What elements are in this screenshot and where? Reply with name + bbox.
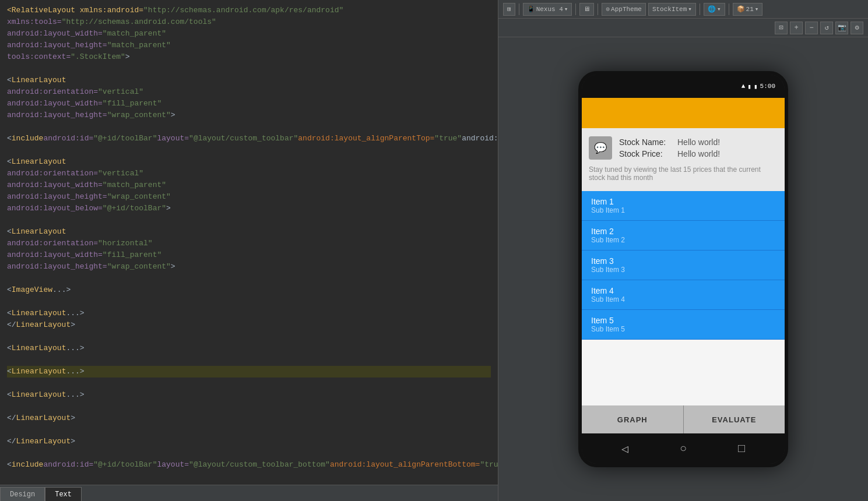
list-item-1[interactable]: Item 1 Sub Item 1 <box>582 191 785 221</box>
graph-button[interactable]: GRAPH <box>582 405 684 433</box>
toolbar-globe[interactable]: 🌐 ▾ <box>704 3 725 16</box>
code-line <box>7 471 491 482</box>
toolbar-separator-3 <box>598 3 598 15</box>
code-line: <include android:id="@+id/toolBar" layou… <box>7 133 491 144</box>
toolbar-device-frame[interactable]: ⊞ <box>503 3 515 16</box>
list-item-3-title: Item 3 <box>591 256 775 266</box>
list-item-5[interactable]: Item 5 Sub Item 5 <box>582 310 785 340</box>
code-line <box>7 377 491 389</box>
code-line <box>7 424 491 436</box>
stock-item-dropdown-icon: ▾ <box>688 5 692 13</box>
right-panel: ⊞ 📱 Nexus 4 ▾ 🖥 ⊙ AppTheme StockItem ▾ 🌐… <box>498 0 868 501</box>
code-line <box>7 296 491 308</box>
code-line: </LinearLayout> <box>7 319 491 331</box>
code-line <box>7 331 491 343</box>
list-item-2[interactable]: Item 2 Sub Item 2 <box>582 221 785 250</box>
toolbar-app-theme[interactable]: ⊙ AppTheme <box>602 3 645 16</box>
evaluate-button[interactable]: EVALUATE <box>684 405 785 433</box>
toolbar-separator <box>519 3 519 15</box>
zoom-fit-btn[interactable]: ⊡ <box>775 22 788 34</box>
ide-toolbar: ⊞ 📱 Nexus 4 ▾ 🖥 ⊙ AppTheme StockItem ▾ 🌐… <box>498 0 868 19</box>
code-line: android:layout_below="@+id/toolBar"> <box>7 203 491 214</box>
list-item-3-subtitle: Sub Item 3 <box>591 266 775 274</box>
toolbar-separator-4 <box>700 3 700 15</box>
code-line: <RelativeLayout xmlns:android="http://sc… <box>7 5 491 16</box>
code-line: android:layout_height="match_parent" <box>7 40 491 51</box>
code-line: android:orientation="vertical" <box>7 86 491 98</box>
globe-dropdown-icon: ▾ <box>717 5 721 13</box>
stock-info-panel: 💬 Stock Name: Hello world! Stock Price: … <box>582 128 785 191</box>
code-content: <RelativeLayout xmlns:android="http://sc… <box>0 0 498 485</box>
nexus-dropdown-icon: ▾ <box>564 5 568 13</box>
zoom-reset-btn[interactable]: ↺ <box>820 22 833 34</box>
stock-price-value: Hello world! <box>677 149 720 158</box>
code-line <box>7 214 491 226</box>
stock-description: Stay tuned by viewing the last 15 prices… <box>589 163 778 186</box>
preview-area: ▲ ▮ ▮ 5:00 💬 Stock Name: <box>498 37 868 501</box>
phone-top-bezel: ▲ ▮ ▮ 5:00 <box>582 75 785 98</box>
nav-recent-icon[interactable]: □ <box>738 442 745 456</box>
toolbar-nexus[interactable]: 📱 Nexus 4 ▾ <box>523 3 572 16</box>
code-line <box>7 121 491 133</box>
code-line: <LinearLayout...> <box>7 308 491 319</box>
wifi-icon: ▲ <box>742 83 746 90</box>
code-line: android:layout_width="match_parent" <box>7 179 491 191</box>
stock-price-row: Stock Price: Hello world! <box>619 148 778 160</box>
code-line: android:layout_height="wrap_content"> <box>7 110 491 121</box>
zoom-out-btn[interactable]: − <box>805 22 818 34</box>
settings-btn[interactable]: ⚙ <box>851 22 863 34</box>
code-line: <ImageView...> <box>7 284 491 296</box>
signal-icon: ▮ <box>747 83 751 90</box>
list-item-2-title: Item 2 <box>591 227 775 236</box>
stock-row: 💬 Stock Name: Hello world! Stock Price: … <box>589 133 778 163</box>
list-item-4[interactable]: Item 4 Sub Item 4 <box>582 280 785 310</box>
toolbar-device-type[interactable]: 🖥 <box>579 3 594 16</box>
tab-text[interactable]: Text <box>45 487 82 501</box>
api-dropdown-icon: ▾ <box>755 5 759 13</box>
code-line <box>7 144 491 156</box>
app-toolbar <box>582 98 785 128</box>
list-item-1-subtitle: Sub Item 1 <box>591 206 775 214</box>
stock-price-label: Stock Price: <box>619 149 677 158</box>
stock-icon: 💬 <box>589 136 612 160</box>
nav-back-icon[interactable]: ◁ <box>621 442 628 456</box>
code-line: <LinearLayout <box>7 226 491 238</box>
list-item-4-subtitle: Sub Item 4 <box>591 295 775 304</box>
nav-home-icon[interactable]: ○ <box>680 442 687 456</box>
zoom-in-btn[interactable]: + <box>790 22 803 34</box>
app-theme-label: AppTheme <box>611 6 642 13</box>
device-type-icon: 🖥 <box>584 5 590 13</box>
camera-btn[interactable]: 📷 <box>835 22 848 34</box>
code-line: android:layout_width="fill_parent" <box>7 249 491 261</box>
code-line: <LinearLayout <box>7 156 491 168</box>
code-editor: <RelativeLayout xmlns:android="http://sc… <box>0 0 498 501</box>
code-line: xmlns:tools="http://schemas.android.com/… <box>7 16 491 28</box>
globe-icon: 🌐 <box>708 5 716 13</box>
code-line: </LinearLayout> <box>7 436 491 447</box>
toolbar-separator-2 <box>575 3 576 15</box>
tab-design[interactable]: Design <box>0 487 45 501</box>
list-item-5-title: Item 5 <box>591 316 775 325</box>
toolbar-stock-item[interactable]: StockItem ▾ <box>648 3 696 16</box>
code-line: <LinearLayout <box>7 75 491 86</box>
toolbar-zoom: ⊡ + − ↺ 📷 ⚙ <box>498 19 868 37</box>
bottom-buttons: GRAPH EVALUATE <box>582 405 785 433</box>
list-container: Item 1 Sub Item 1 Item 2 Sub Item 2 Item… <box>582 191 785 405</box>
list-item-5-subtitle: Sub Item 5 <box>591 325 775 333</box>
bottom-tabs: Design Text <box>0 485 498 501</box>
code-line <box>7 354 491 366</box>
code-line: android:layout_height="wrap_content" <box>7 191 491 203</box>
list-item-3[interactable]: Item 3 Sub Item 3 <box>582 250 785 280</box>
api-icon: 📦 <box>737 5 745 13</box>
time-display: 5:00 <box>760 83 775 90</box>
code-line: android:orientation="horizontal" <box>7 238 491 249</box>
toolbar-api-level[interactable]: 📦 21 ▾ <box>733 3 763 16</box>
code-line <box>7 63 491 75</box>
stock-item-label: StockItem <box>652 6 687 13</box>
nexus-label: Nexus 4 <box>536 6 563 13</box>
code-line: tools:context=".StockItem" > <box>7 51 491 63</box>
code-line <box>7 447 491 459</box>
code-line <box>7 273 491 284</box>
code-line: <LinearLayout...> <box>7 343 491 354</box>
api-label: 21 <box>746 6 754 13</box>
